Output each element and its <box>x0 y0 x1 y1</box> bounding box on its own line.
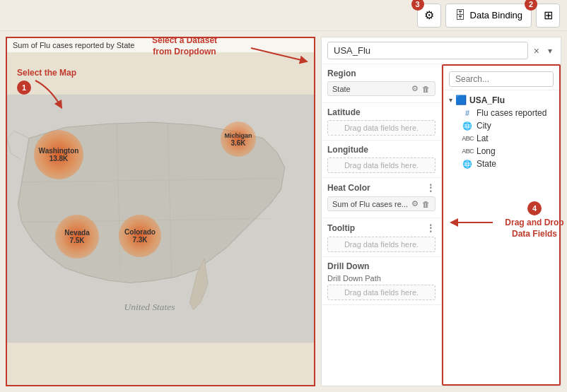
tree-item-city-label: City <box>477 121 491 131</box>
tooltip-section: Tooltip ⋮ Drag data fields here. <box>322 218 441 257</box>
latitude-section: Latitude Drag data fields here. <box>322 103 441 141</box>
region-label: Region <box>327 69 436 78</box>
tree-item-lat[interactable]: ABC Lat <box>446 132 556 145</box>
panel-toggle-button[interactable]: ⊞ <box>536 4 560 28</box>
heat-blob-washington: Washington 13.8K <box>34 130 83 179</box>
region-field-icons: ⚙ 🗑 <box>411 84 431 93</box>
longitude-drop-zone[interactable]: Drag data fields here. <box>327 158 436 173</box>
tree-item-city[interactable]: 🌐 City <box>446 119 556 132</box>
blob-value-washington: 13.8K <box>49 155 69 162</box>
binding-column: Region State ⚙ 🗑 Latitude Dr <box>322 64 442 386</box>
annotation-select-dataset: Select a Datasetfrom Dropdown <box>152 35 217 57</box>
top-bar: ⚙ 3 🗄 Data Binding 2 ⊞ <box>0 0 567 31</box>
tree-group-name: USA_Flu <box>469 95 505 105</box>
fields-tree: ▾ 🟦 USA_Flu # Flu cases reported 🌐 City <box>443 90 559 173</box>
tree-item-long-label: Long <box>477 146 496 156</box>
drilldown-label: Drill Down <box>327 261 436 271</box>
search-input[interactable] <box>449 71 554 87</box>
dataset-input[interactable] <box>327 42 528 59</box>
tree-item-long[interactable]: ABC Long <box>446 145 556 158</box>
abc-icon-lat: ABC <box>462 135 473 142</box>
annotation-drag-drop: 4 Drag and Drop Data Fields <box>503 201 566 239</box>
database-icon: 🗄 <box>455 9 466 22</box>
drilldown-path-label: Drill Down Path <box>327 274 436 283</box>
heat-blob-colorado: Colorado 7.3K <box>119 215 161 257</box>
blob-label-colorado: Colorado <box>124 228 156 236</box>
blob-value-michigan: 3.6K <box>230 139 245 147</box>
map-container: United States Washington 13.8K Michigan … <box>7 52 314 385</box>
heat-blob-nevada: Nevada 7.5K <box>55 215 99 259</box>
top-bar-actions: ⚙ 3 🗄 Data Binding 2 ⊞ <box>417 4 560 28</box>
table-icon: 🟦 <box>455 95 467 105</box>
badge-1: 1 <box>17 81 31 95</box>
tooltip-dots[interactable]: ⋮ <box>426 222 436 234</box>
select-map-label: Select the Map <box>17 68 76 78</box>
heat-color-label: Heat Color ⋮ <box>327 182 436 194</box>
blob-label-michigan: Michigan <box>224 132 252 139</box>
tree-item-flu-cases-label: Flu cases reported <box>477 108 546 118</box>
heat-color-section: Heat Color ⋮ Sum of Flu cases re... ⚙ 🗑 <box>322 178 441 218</box>
drilldown-drop-zone[interactable]: Drag data fields here. <box>327 285 436 300</box>
gear-icon: ⚙ <box>424 8 434 22</box>
heat-color-dots[interactable]: ⋮ <box>426 182 436 194</box>
region-field-name: State <box>332 85 411 93</box>
data-binding-label: Data Binding <box>470 10 522 20</box>
longitude-label: Longitude <box>327 145 436 155</box>
blob-value-nevada: 7.5K <box>69 237 84 244</box>
search-row <box>443 69 559 90</box>
latitude-label: Latitude <box>327 107 436 117</box>
heat-color-field-icons: ⚙ 🗑 <box>411 199 431 208</box>
heat-color-field-name: Sum of Flu cases re... <box>332 200 411 208</box>
blob-value-colorado: 7.3K <box>132 236 147 244</box>
tree-group-chevron: ▾ <box>449 96 452 104</box>
badge-4: 4 <box>527 201 542 215</box>
main-layout: Sum of Flu cases reported by State <box>0 31 567 392</box>
badge-3: 3 <box>411 0 424 11</box>
tree-item-flu-cases[interactable]: # Flu cases reported <box>446 107 556 119</box>
abc-icon-long: ABC <box>462 148 473 155</box>
heat-blob-michigan: Michigan 3.6K <box>221 121 256 157</box>
blob-label-nevada: Nevada <box>64 229 90 237</box>
tooltip-drop-zone[interactable]: Drag data fields here. <box>327 237 436 252</box>
dataset-chevron-button[interactable]: ▾ <box>545 44 555 57</box>
dataset-clear-button[interactable]: × <box>531 44 542 58</box>
globe-icon-city: 🌐 <box>462 121 473 131</box>
heat-color-settings-icon[interactable]: ⚙ <box>411 199 419 208</box>
globe-icon-state: 🌐 <box>462 160 473 169</box>
tree-group-usa-flu[interactable]: ▾ 🟦 USA_Flu <box>446 93 556 107</box>
region-section: Region State ⚙ 🗑 <box>322 64 441 103</box>
region-settings-icon[interactable]: ⚙ <box>411 84 419 93</box>
drilldown-section: Drill Down Drill Down Path Drag data fie… <box>322 257 441 305</box>
dataset-row: × ▾ <box>322 37 561 64</box>
blob-label-washington: Washington <box>39 147 79 155</box>
region-delete-icon[interactable]: 🗑 <box>421 84 431 93</box>
tree-item-state[interactable]: 🌐 State <box>446 158 556 170</box>
heat-color-delete-icon[interactable]: 🗑 <box>421 199 431 208</box>
hash-icon: # <box>462 109 473 117</box>
select-dataset-label: Select a Datasetfrom Dropdown <box>152 35 217 57</box>
region-field[interactable]: State ⚙ 🗑 <box>327 81 436 96</box>
tooltip-label: Tooltip ⋮ <box>327 222 436 234</box>
panel-toggle-icon: ⊞ <box>544 8 553 22</box>
longitude-section: Longitude Drag data fields here. <box>322 141 441 178</box>
map-area[interactable]: Sum of Flu cases reported by State <box>6 37 315 386</box>
heat-color-field[interactable]: Sum of Flu cases re... ⚙ 🗑 <box>327 196 436 211</box>
drag-drop-label: Drag and Drop Data Fields <box>505 218 563 239</box>
annotation-select-map: Select the Map 1 <box>17 68 76 95</box>
latitude-drop-zone[interactable]: Drag data fields here. <box>327 120 436 136</box>
tree-item-lat-label: Lat <box>477 133 489 143</box>
data-binding-tab[interactable]: 🗄 Data Binding <box>445 4 532 28</box>
badge-2: 2 <box>525 0 537 11</box>
tree-item-state-label: State <box>477 159 496 169</box>
